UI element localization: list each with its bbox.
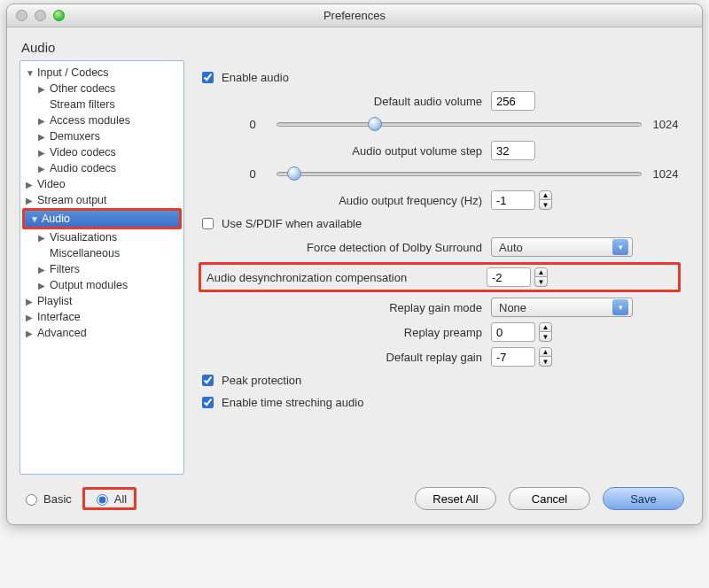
default-volume-max: 1024 xyxy=(651,118,681,131)
desync-input[interactable] xyxy=(487,267,531,287)
tree-item-label: Demuxers xyxy=(50,130,100,143)
tree-item[interactable]: ▶Output modules xyxy=(20,277,183,293)
time-stretch-label: Enable time streching audio xyxy=(222,396,363,409)
tree-item[interactable]: ▶Interface xyxy=(20,309,183,325)
tree-item-label: Visualizations xyxy=(50,231,117,244)
output-step-input[interactable] xyxy=(491,141,535,160)
output-step-max: 1024 xyxy=(651,167,681,181)
chevron-right-icon: ▶ xyxy=(38,84,47,94)
chevron-down-icon: ▾ xyxy=(612,299,628,315)
dolby-select[interactable]: Auto ▾ xyxy=(491,237,633,257)
tree-item[interactable]: ▶Video xyxy=(20,176,183,192)
default-replay-gain-input[interactable] xyxy=(491,347,535,367)
tree-item[interactable]: ▼Input / Codecs xyxy=(20,65,183,81)
default-replay-gain-label: Default replay gain xyxy=(199,351,482,364)
view-basic-label: Basic xyxy=(43,492,72,506)
chevron-right-icon: ▶ xyxy=(38,265,47,275)
titlebar: Preferences xyxy=(7,4,702,27)
replay-mode-label: Replay gain mode xyxy=(199,301,482,314)
view-basic-radio[interactable]: Basic xyxy=(21,491,72,506)
cancel-button[interactable]: Cancel xyxy=(509,487,590,510)
chevron-right-icon: ▶ xyxy=(38,148,47,158)
chevron-right-icon: ▶ xyxy=(26,297,35,306)
replay-preamp-input[interactable] xyxy=(491,322,535,342)
output-freq-label: Audio output frequency (Hz) xyxy=(199,194,482,207)
default-volume-min: 0 xyxy=(238,118,268,131)
tree-item[interactable]: Stream filters xyxy=(20,97,183,112)
replay-preamp-stepper[interactable]: ▲▼ xyxy=(539,322,552,342)
output-freq-stepper[interactable]: ▲▼ xyxy=(539,190,552,210)
output-step-min: 0 xyxy=(238,167,268,181)
tree-item[interactable]: ▶Filters xyxy=(20,261,183,277)
tree-item[interactable]: ▶Access modules xyxy=(20,112,183,128)
tree-item-label: Advanced xyxy=(37,327,87,339)
replay-mode-value: None xyxy=(499,301,526,314)
chevron-right-icon: ▶ xyxy=(26,180,35,190)
time-stretch-input[interactable] xyxy=(202,397,214,408)
tree-item-label: Filters xyxy=(50,263,80,275)
output-step-slider[interactable] xyxy=(277,166,642,182)
enable-audio-input[interactable] xyxy=(202,72,214,83)
enable-audio-checkbox[interactable]: Enable audio xyxy=(199,69,681,86)
tree-item-label: Interface xyxy=(37,311,81,323)
tree-item-label: Access modules xyxy=(50,114,130,127)
tree-item[interactable]: ▶Video codecs xyxy=(20,144,183,160)
tree-item-label: Audio xyxy=(42,213,70,225)
default-volume-label: Default audio volume xyxy=(199,95,482,108)
section-title: Audio xyxy=(21,40,690,55)
spdif-checkbox[interactable]: Use S/PDIF when available xyxy=(199,215,681,232)
zoom-icon[interactable] xyxy=(53,10,65,21)
chevron-right-icon: ▶ xyxy=(26,196,35,205)
reset-all-button[interactable]: Reset All xyxy=(415,487,496,510)
close-icon[interactable] xyxy=(16,10,27,21)
tree-item[interactable]: ▶Audio codecs xyxy=(20,160,183,176)
default-volume-slider[interactable] xyxy=(277,116,642,132)
chevron-right-icon: ▶ xyxy=(38,233,47,243)
spdif-input[interactable] xyxy=(202,218,214,229)
time-stretch-checkbox[interactable]: Enable time streching audio xyxy=(199,394,681,411)
output-step-label: Audio output volume step xyxy=(199,144,482,158)
save-button[interactable]: Save xyxy=(603,487,684,510)
chevron-down-icon: ▼ xyxy=(30,214,39,224)
view-all-label: All xyxy=(114,492,127,506)
tree-item-label: Video codecs xyxy=(50,146,116,159)
desync-highlight: Audio desynchronization compensation ▲▼ xyxy=(199,262,681,292)
enable-audio-label: Enable audio xyxy=(222,71,289,84)
chevron-right-icon: ▶ xyxy=(38,132,47,142)
replay-preamp-label: Replay preamp xyxy=(199,326,482,339)
tree-item[interactable]: ▶Stream output xyxy=(20,192,183,208)
tree-item-label: Miscellaneous xyxy=(50,247,120,259)
tree-item[interactable]: ▶Playlist xyxy=(20,293,183,309)
output-freq-input[interactable] xyxy=(491,190,535,210)
dolby-value: Auto xyxy=(499,241,523,254)
tree-item[interactable]: ▼Audio xyxy=(25,211,179,227)
settings-panel: Enable audio Default audio volume 0 1024… xyxy=(195,60,690,475)
tree-item[interactable]: ▶Visualizations xyxy=(20,229,183,245)
peak-protection-checkbox[interactable]: Peak protection xyxy=(199,372,681,389)
tree-item-label: Audio codecs xyxy=(50,162,116,174)
default-volume-input[interactable] xyxy=(491,91,535,111)
chevron-right-icon: ▶ xyxy=(26,313,35,322)
tree-item[interactable]: ▶Advanced xyxy=(20,325,183,341)
tree-item[interactable]: ▶Demuxers xyxy=(20,128,183,144)
tree-item-label: Other codecs xyxy=(50,82,115,95)
tree-item-label: Playlist xyxy=(37,295,73,307)
replay-mode-select[interactable]: None ▾ xyxy=(491,298,633,317)
peak-protection-input[interactable] xyxy=(202,375,214,386)
chevron-right-icon: ▶ xyxy=(26,329,35,338)
category-tree[interactable]: ▼Input / Codecs▶Other codecsStream filte… xyxy=(19,60,184,475)
default-replay-gain-stepper[interactable]: ▲▼ xyxy=(539,347,552,367)
tree-item[interactable]: Miscellaneous xyxy=(20,245,183,261)
tree-item-label: Stream filters xyxy=(50,98,115,111)
chevron-right-icon: ▶ xyxy=(38,281,47,290)
peak-protection-label: Peak protection xyxy=(222,374,301,387)
tree-item-label: Output modules xyxy=(50,279,128,291)
tree-item-label: Video xyxy=(37,178,66,190)
desync-stepper[interactable]: ▲▼ xyxy=(534,267,548,287)
tree-item[interactable]: ▶Other codecs xyxy=(20,81,183,97)
minimize-icon[interactable] xyxy=(35,10,46,21)
tree-item-label: Input / Codecs xyxy=(37,66,109,79)
view-all-radio[interactable]: All xyxy=(92,491,127,506)
tree-item-label: Stream output xyxy=(37,194,107,206)
window-controls xyxy=(16,10,65,21)
